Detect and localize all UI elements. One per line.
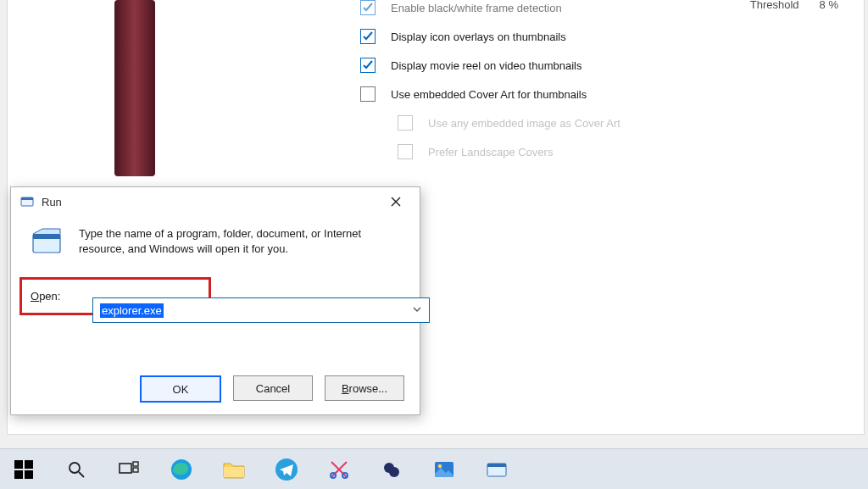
- open-label: Open:: [31, 290, 60, 303]
- run-title: Run: [42, 196, 62, 208]
- icofx-button[interactable]: [373, 453, 410, 486]
- label-any-embedded: Use any embedded image as Cover Art: [428, 117, 620, 130]
- label-movie-reel: Display movie reel on video thumbnails: [391, 59, 581, 72]
- search-button[interactable]: [58, 453, 95, 486]
- checkbox-movie-reel[interactable]: [360, 58, 376, 73]
- album-art-pillar: [114, 0, 155, 176]
- browse-button[interactable]: Browse...: [325, 375, 404, 401]
- label-icon-overlays: Display icon overlays on thumbnails: [391, 31, 566, 43]
- label-embedded-cover: Use embedded Cover Art for thumbnails: [391, 88, 587, 101]
- open-combobox[interactable]: explorer.exe: [92, 297, 430, 323]
- checkbox-icon-overlays[interactable]: [360, 29, 376, 44]
- edge-button[interactable]: [163, 453, 200, 486]
- svg-rect-14: [224, 467, 244, 477]
- svg-rect-10: [120, 464, 131, 473]
- svg-rect-5: [21, 197, 33, 200]
- search-icon: [67, 460, 86, 479]
- svg-point-19: [389, 467, 399, 477]
- checkbox-landscape-covers[interactable]: [398, 144, 413, 159]
- open-value: explorer.exe: [100, 303, 164, 318]
- photos-icon: [433, 458, 455, 481]
- close-icon[interactable]: [377, 189, 415, 214]
- photos-button[interactable]: [426, 453, 463, 486]
- run-button-row: OK Cancel Browse...: [140, 375, 404, 403]
- run-titlebar-icon: [19, 194, 35, 209]
- checkbox-bw-detection[interactable]: [360, 0, 376, 15]
- snip-icon: [328, 458, 350, 481]
- telegram-icon: [275, 458, 298, 481]
- telegram-button[interactable]: [268, 453, 305, 486]
- chevron-down-icon[interactable]: [412, 304, 422, 317]
- file-explorer-button[interactable]: [215, 453, 253, 486]
- run-taskbar-button[interactable]: [478, 453, 515, 486]
- edge-icon: [170, 458, 193, 481]
- icofx-icon: [381, 459, 402, 480]
- taskbar: [0, 448, 868, 489]
- windows-logo-icon: [14, 460, 33, 479]
- task-view-icon: [119, 461, 139, 478]
- run-dialog: Run Type the name of a program, folder, …: [10, 186, 420, 415]
- run-description: Type the name of a program, folder, docu…: [79, 226, 384, 260]
- run-titlebar[interactable]: Run: [11, 187, 420, 216]
- svg-line-9: [79, 472, 84, 477]
- run-icon: [486, 460, 508, 479]
- checkbox-embedded-cover[interactable]: [360, 86, 376, 102]
- folder-icon: [222, 459, 246, 480]
- svg-rect-23: [487, 464, 506, 467]
- label-bw-detection: Enable black/white frame detection: [391, 2, 562, 14]
- task-view-button[interactable]: [110, 453, 147, 486]
- svg-rect-7: [33, 234, 60, 239]
- start-button[interactable]: [5, 453, 42, 486]
- run-app-icon: [30, 226, 64, 260]
- checkbox-any-embedded[interactable]: [398, 115, 413, 131]
- cancel-button[interactable]: Cancel: [233, 375, 313, 401]
- label-landscape-covers: Prefer Landscape Covers: [428, 146, 553, 158]
- ok-button[interactable]: OK: [140, 375, 221, 403]
- svg-point-21: [438, 464, 442, 467]
- settings-list: Enable black/white frame detection Displ…: [360, 0, 843, 166]
- svg-point-8: [70, 463, 80, 473]
- svg-rect-12: [133, 468, 138, 472]
- snipping-tool-button[interactable]: [320, 453, 358, 486]
- svg-rect-11: [133, 462, 138, 466]
